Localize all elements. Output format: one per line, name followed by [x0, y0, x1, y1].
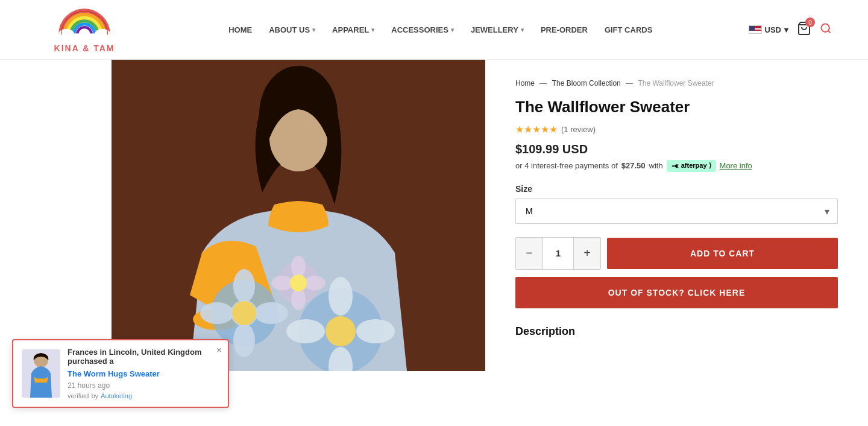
logo-rainbow-icon — [54, 6, 115, 42]
svg-point-27 — [271, 276, 293, 290]
about-us-chevron-icon: ▾ — [312, 27, 315, 33]
search-icon — [820, 22, 832, 34]
product-title: The Wallflower Sweater — [515, 97, 838, 118]
svg-point-4 — [822, 24, 829, 31]
currency-chevron-icon: ▾ — [784, 25, 788, 34]
svg-point-29 — [290, 275, 307, 291]
popup-close-button[interactable]: × — [216, 345, 222, 356]
svg-point-13 — [233, 269, 255, 303]
review-row: ★★★★★ (1 review) — [515, 124, 838, 135]
popup-content: Frances in Lincoln, United Kingdom purch… — [68, 348, 219, 371]
add-to-cart-button[interactable]: ADD TO CART — [607, 238, 838, 269]
nav-jewellery[interactable]: JEWELLERY ▾ — [471, 25, 524, 34]
nav-pre-order[interactable]: PRE-ORDER — [541, 25, 588, 34]
header-actions: USD ▾ 0 — [749, 21, 832, 38]
breadcrumb-current: The Wallflower Sweater — [638, 79, 714, 87]
product-image-svg — [112, 60, 485, 371]
popup-avatar — [22, 349, 60, 371]
svg-point-17 — [232, 301, 256, 325]
size-selector[interactable]: XS S M L XL ▾ — [515, 199, 838, 224]
nav-accessories[interactable]: ACCESSORIES ▾ — [391, 25, 454, 34]
star-rating: ★★★★★ — [515, 124, 558, 135]
afterpay-more-info[interactable]: More info — [720, 161, 752, 170]
product-image — [112, 60, 485, 371]
currency-label: USD — [765, 25, 781, 34]
size-label: Size — [515, 184, 838, 194]
nav-apparel[interactable]: APPAREL ▾ — [332, 25, 374, 34]
nav-about-us[interactable]: ABOUT US ▾ — [269, 25, 315, 34]
main-content: Home — The Bloom Collection — The Wallfl… — [0, 60, 868, 371]
svg-point-15 — [200, 302, 234, 324]
svg-point-16 — [254, 302, 288, 324]
svg-point-26 — [291, 288, 306, 310]
nav-gift-cards[interactable]: GIFT CARDS — [605, 25, 652, 34]
svg-point-21 — [286, 319, 325, 343]
quantity-increase-button[interactable]: + — [574, 238, 600, 269]
popup-avatar-image — [22, 349, 60, 371]
out-of-stock-button[interactable]: OUT OF STOCK? CLICK HERE — [515, 277, 838, 308]
product-image-column — [112, 60, 485, 371]
svg-point-19 — [329, 277, 353, 316]
logo[interactable]: KINA & TAM — [36, 6, 133, 53]
jewellery-chevron-icon: ▾ — [521, 27, 524, 33]
breadcrumb-collection[interactable]: The Bloom Collection — [552, 79, 621, 87]
afterpay-suffix: with — [649, 161, 663, 170]
size-select-input[interactable]: XS S M L XL — [515, 199, 838, 224]
logo-text: KINA & TAM — [54, 43, 115, 53]
description-heading: Description — [515, 325, 838, 338]
quantity-control: − 1 + — [515, 237, 601, 270]
svg-point-28 — [304, 276, 326, 290]
svg-point-23 — [326, 316, 356, 346]
breadcrumb-sep-2: — — [626, 79, 635, 87]
afterpay-row: or 4 interest-free payments of $27.50 wi… — [515, 160, 838, 172]
main-nav: HOME ABOUT US ▾ APPAREL ▾ ACCESSORIES ▾ … — [228, 25, 652, 34]
apparel-chevron-icon: ▾ — [371, 27, 374, 33]
svg-point-14 — [233, 323, 255, 357]
afterpay-logo: afterpay ⟩ — [667, 160, 716, 172]
review-count: (1 review) — [561, 125, 596, 134]
cart-button[interactable]: 0 — [797, 21, 811, 38]
svg-point-22 — [356, 319, 395, 343]
svg-line-5 — [828, 30, 831, 33]
search-button[interactable] — [820, 22, 832, 37]
breadcrumb-sep-1: — — [539, 79, 549, 87]
afterpay-amount: $27.50 — [621, 161, 646, 170]
site-header: KINA & TAM HOME ABOUT US ▾ APPAREL ▾ ACC… — [0, 0, 868, 60]
quantity-cart-row: − 1 + ADD TO CART — [515, 237, 838, 270]
popup-person-name: Frances in Lincoln, United Kingdom purch… — [68, 348, 219, 366]
svg-point-25 — [291, 256, 306, 278]
product-details-column: Home — The Bloom Collection — The Wallfl… — [485, 60, 868, 371]
product-price: $109.99 USD — [515, 142, 838, 156]
breadcrumb-home[interactable]: Home — [515, 79, 535, 87]
afterpay-prefix: or 4 interest-free payments of — [515, 161, 618, 170]
purchase-notification: Frances in Lincoln, United Kingdom purch… — [12, 339, 229, 371]
us-flag-icon — [749, 25, 762, 34]
currency-selector[interactable]: USD ▾ — [749, 25, 788, 34]
quantity-value: 1 — [542, 238, 574, 269]
breadcrumb: Home — The Bloom Collection — The Wallfl… — [515, 78, 838, 89]
quantity-decrease-button[interactable]: − — [516, 238, 542, 269]
cart-count: 0 — [805, 17, 815, 27]
accessories-chevron-icon: ▾ — [451, 27, 454, 33]
popup-product-link[interactable]: The Worm Hugs Sweater — [68, 369, 160, 371]
nav-home[interactable]: HOME — [228, 25, 252, 34]
